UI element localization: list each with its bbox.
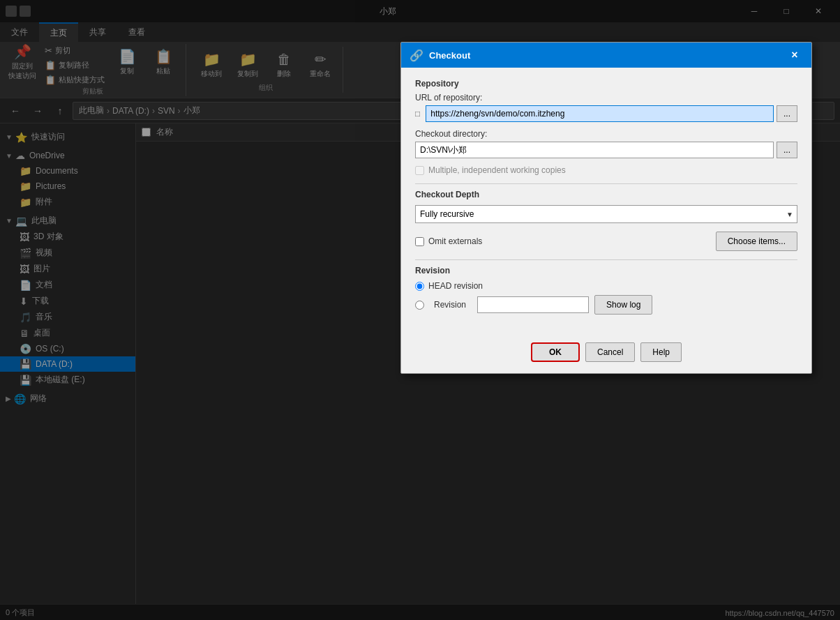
revision-radio[interactable] [415, 301, 424, 310]
depth-select-wrapper: Fully recursive Immediate children, incl… [415, 205, 797, 223]
checkout-depth-label: Checkout Depth [415, 190, 797, 199]
checkout-dir-label: Checkout directory: [415, 129, 797, 139]
divider-2 [415, 259, 797, 260]
revision-label: Revision [415, 266, 797, 275]
modal-body: Repository URL of repository: □ ... Chec… [401, 68, 811, 334]
choose-items-button[interactable]: Choose items... [716, 232, 797, 251]
url-browse-button[interactable]: ... [777, 105, 797, 122]
url-type-icon: □ [415, 109, 420, 119]
modal-overlay: 🔗 Checkout × Repository URL of repositor… [0, 0, 840, 620]
revision-input[interactable] [477, 296, 589, 313]
checkout-dir-browse-button[interactable]: ... [777, 142, 797, 158]
checkout-dir-row: ... [415, 142, 797, 158]
omit-externals-row: Omit externals Choose items... [415, 232, 797, 251]
head-revision-row: HEAD revision [415, 281, 797, 291]
repository-label: Repository [415, 79, 797, 89]
checkout-dir-input[interactable] [415, 142, 774, 158]
omit-externals-label: Omit externals [428, 236, 482, 246]
url-input[interactable] [426, 105, 774, 122]
checkout-dialog-icon: 🔗 [410, 49, 423, 62]
url-input-row: □ ... [415, 105, 797, 122]
multiple-copies-checkbox[interactable] [415, 166, 424, 175]
depth-select-row: Fully recursive Immediate children, incl… [415, 205, 797, 223]
cancel-button[interactable]: Cancel [585, 342, 635, 362]
head-revision-radio[interactable] [415, 282, 424, 291]
modal-title-bar: 🔗 Checkout × [401, 43, 811, 68]
divider-1 [415, 183, 797, 184]
url-field-label: URL of repository: [415, 93, 797, 103]
revision-radio-label: Revision [434, 300, 466, 310]
multiple-copies-row: Multiple, independent working copies [415, 165, 797, 175]
checkout-dialog: 🔗 Checkout × Repository URL of repositor… [400, 42, 812, 374]
revision-section: Revision HEAD revision Revision Show log [415, 266, 797, 315]
modal-footer: OK Cancel Help [401, 334, 811, 373]
multiple-copies-label: Multiple, independent working copies [428, 165, 566, 175]
head-revision-label: HEAD revision [428, 281, 483, 291]
ok-button[interactable]: OK [531, 342, 580, 362]
modal-close-button[interactable]: × [786, 47, 803, 63]
show-log-button[interactable]: Show log [594, 295, 652, 315]
omit-externals-checkbox[interactable] [415, 237, 424, 246]
checkout-dialog-title: Checkout [429, 50, 786, 61]
revision-input-row: Revision Show log [415, 295, 797, 315]
depth-select[interactable]: Fully recursive Immediate children, incl… [415, 205, 797, 223]
help-button[interactable]: Help [640, 342, 682, 362]
